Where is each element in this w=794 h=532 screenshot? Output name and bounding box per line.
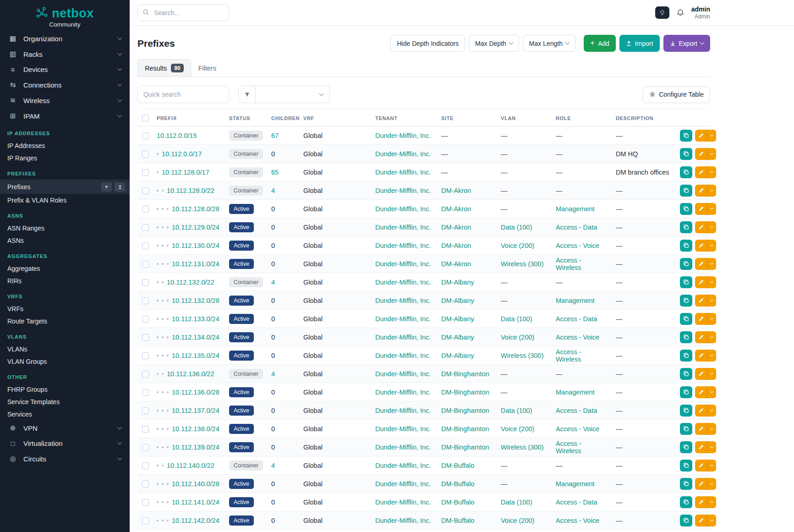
clone-button[interactable] — [680, 295, 692, 307]
sidebar-item-vlans[interactable]: VLANs — [0, 343, 130, 355]
site-link[interactable]: DM-Binghamton — [441, 444, 489, 451]
sidebar-item-vpn[interactable]: ⊕VPN — [0, 420, 130, 436]
edit-button[interactable] — [695, 203, 707, 215]
clone-button[interactable] — [680, 203, 692, 215]
role-link[interactable]: Management — [556, 297, 595, 304]
prefix-link[interactable]: 10.112.129.0/24 — [172, 224, 219, 231]
edit-button[interactable] — [695, 368, 707, 380]
hide-depth-indicators-button[interactable]: Hide Depth Indicators — [390, 35, 465, 52]
row-checkbox[interactable] — [142, 151, 149, 158]
row-checkbox[interactable] — [142, 224, 149, 231]
max-depth-dropdown[interactable]: Max Depth — [469, 35, 519, 52]
tenant-link[interactable]: Dunder-Mifflin, Inc. — [375, 205, 431, 213]
clone-button[interactable] — [680, 368, 692, 380]
edit-button[interactable] — [695, 148, 707, 160]
site-link[interactable]: DM-Binghamton — [441, 389, 489, 396]
sidebar-item-fhrp-groups[interactable]: FHRP Groups — [0, 383, 130, 395]
edit-dropdown-button[interactable] — [707, 441, 716, 453]
prefix-link[interactable]: 10.112.131.0/24 — [172, 260, 219, 268]
clone-button[interactable] — [680, 423, 692, 435]
role-link[interactable]: Access - Voice — [556, 242, 599, 249]
vlan-link[interactable]: Voice (200) — [501, 242, 534, 249]
sidebar-item-wireless[interactable]: ≋Wireless — [0, 93, 130, 108]
vlan-link[interactable]: Wireless (300) — [501, 352, 543, 359]
user-menu[interactable]: admin Admin — [691, 5, 710, 20]
edit-button[interactable] — [695, 240, 707, 252]
prefix-link[interactable]: 10.112.138.0/24 — [172, 425, 219, 433]
column-header-site[interactable]: SITE — [438, 109, 497, 126]
prefix-link[interactable]: 10.112.139.0/24 — [172, 444, 219, 451]
site-link[interactable]: DM-Akron — [441, 187, 471, 194]
prefix-link[interactable]: 10.112.136.0/28 — [172, 389, 219, 396]
vlan-link[interactable]: Data (100) — [501, 224, 532, 231]
prefix-link[interactable]: 10.112.128.0/28 — [172, 205, 219, 213]
configure-table-button[interactable]: Configure Table — [643, 86, 710, 103]
edit-button[interactable] — [695, 276, 707, 288]
row-checkbox[interactable] — [142, 187, 149, 194]
brand[interactable]: netbox Community — [0, 0, 130, 31]
tenant-link[interactable]: Dunder-Mifflin, Inc. — [375, 370, 431, 378]
row-checkbox[interactable] — [142, 297, 149, 304]
row-checkbox[interactable] — [142, 352, 149, 359]
role-link[interactable]: Access - Voice — [556, 517, 599, 524]
edit-dropdown-button[interactable] — [707, 166, 716, 178]
site-link[interactable]: DM-Akron — [441, 224, 471, 231]
prefix-link[interactable]: 10.112.136.0/22 — [167, 370, 214, 378]
column-header-status[interactable]: STATUS — [225, 109, 268, 126]
global-search-input[interactable] — [137, 4, 229, 21]
role-link[interactable]: Access - Data — [556, 499, 597, 506]
row-checkbox[interactable] — [142, 444, 149, 451]
role-link[interactable]: Access - Wireless — [556, 440, 581, 455]
role-link[interactable]: Access - Data — [556, 224, 597, 231]
children-count-link[interactable]: 4 — [271, 187, 275, 194]
row-checkbox[interactable] — [142, 481, 149, 488]
sidebar-import-prefixes-button[interactable] — [115, 182, 125, 192]
edit-dropdown-button[interactable] — [707, 368, 716, 380]
sidebar-item-prefix-vlan-roles[interactable]: Prefix & VLAN Roles — [0, 194, 130, 206]
clone-button[interactable] — [680, 185, 692, 197]
site-link[interactable]: DM-Buffalo — [441, 499, 474, 506]
site-link[interactable]: DM-Akron — [441, 205, 471, 213]
sidebar-item-prefixes[interactable]: Prefixes+ — [0, 180, 130, 194]
prefix-link[interactable]: 10.112.135.0/24 — [172, 352, 219, 359]
edit-dropdown-button[interactable] — [707, 386, 716, 398]
site-link[interactable]: DM-Albany — [441, 334, 474, 341]
sidebar-add-prefix-button[interactable]: + — [101, 182, 112, 192]
notifications-button[interactable] — [676, 9, 684, 17]
prefix-link[interactable]: 10.112.132.0/22 — [167, 279, 214, 286]
edit-dropdown-button[interactable] — [707, 276, 716, 288]
tab-filters[interactable]: Filters — [191, 59, 224, 77]
edit-dropdown-button[interactable] — [707, 203, 716, 215]
prefix-link[interactable]: 10.112.137.0/24 — [172, 407, 219, 414]
prefix-link[interactable]: 10.112.142.0/24 — [172, 517, 219, 524]
sidebar-item-virtualization[interactable]: □Virtualization — [0, 436, 130, 451]
edit-dropdown-button[interactable] — [707, 221, 716, 233]
row-checkbox[interactable] — [142, 389, 149, 396]
row-checkbox[interactable] — [142, 426, 149, 433]
filter-button[interactable] — [238, 86, 256, 103]
edit-dropdown-button[interactable] — [707, 405, 716, 417]
role-link[interactable]: Access - Voice — [556, 334, 599, 341]
tenant-link[interactable]: Dunder-Mifflin, Inc. — [375, 150, 431, 158]
edit-dropdown-button[interactable] — [707, 295, 716, 307]
edit-dropdown-button[interactable] — [707, 240, 716, 252]
edit-dropdown-button[interactable] — [707, 148, 716, 160]
edit-dropdown-button[interactable] — [707, 496, 716, 508]
row-checkbox[interactable] — [142, 462, 149, 469]
clone-button[interactable] — [680, 276, 692, 288]
site-link[interactable]: DM-Buffalo — [441, 462, 474, 469]
children-count-link[interactable]: 4 — [271, 279, 275, 286]
sidebar-item-racks[interactable]: ▥Racks — [0, 46, 130, 62]
edit-dropdown-button[interactable] — [707, 331, 716, 343]
edit-button[interactable] — [695, 496, 707, 508]
column-header-description[interactable]: DESCRIPTION — [612, 109, 676, 126]
tenant-link[interactable]: Dunder-Mifflin, Inc. — [375, 260, 431, 268]
sidebar-item-vlan-groups[interactable]: VLAN Groups — [0, 355, 130, 367]
edit-button[interactable] — [695, 405, 707, 417]
site-link[interactable]: DM-Albany — [441, 315, 474, 323]
row-checkbox[interactable] — [142, 316, 149, 323]
edit-dropdown-button[interactable] — [707, 515, 716, 527]
row-checkbox[interactable] — [142, 242, 149, 249]
clone-button[interactable] — [680, 515, 692, 527]
row-checkbox[interactable] — [142, 371, 149, 378]
